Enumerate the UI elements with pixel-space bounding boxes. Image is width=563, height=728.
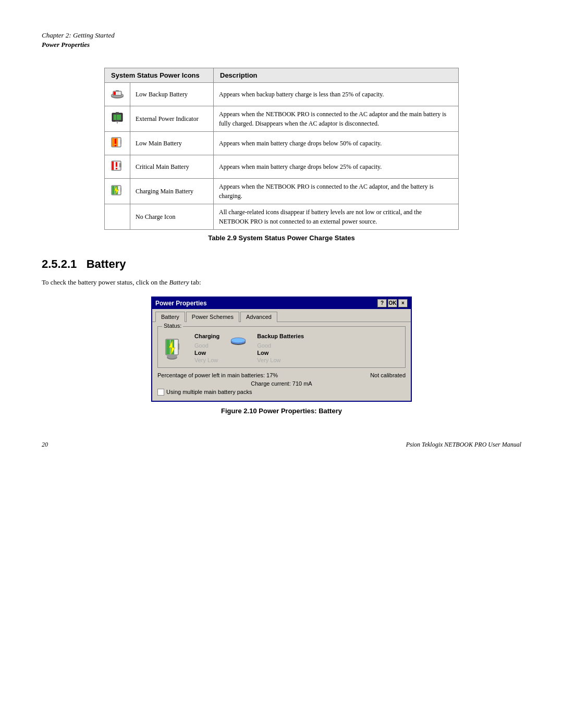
- charging-header: Charging: [194, 333, 219, 339]
- backup-header: Backup Batteries: [257, 333, 304, 339]
- backup-column: Backup Batteries Good Low Very Low: [257, 333, 304, 363]
- svg-rect-11: [117, 115, 121, 120]
- checkbox-row: Using multiple main battery packs: [157, 389, 406, 396]
- dialog-battery-icon: [164, 338, 183, 360]
- section-title: Power Properties: [42, 41, 521, 49]
- icon-cell: [105, 132, 130, 155]
- charge-current-row: Charge current: 710 mA: [157, 380, 406, 387]
- svg-rect-19: [115, 139, 116, 144]
- multiple-packs-checkbox[interactable]: [157, 389, 164, 396]
- table-row: Critical Main Battery Appears when main …: [105, 155, 459, 179]
- row3-label: Low Main Battery: [130, 132, 214, 155]
- dialog-body: Status:: [152, 322, 411, 401]
- svg-rect-18: [118, 138, 120, 146]
- tab-battery[interactable]: Battery: [155, 312, 185, 322]
- power-table: System Status Power Icons Description Lo…: [104, 68, 459, 230]
- low-backup-battery-icon: [110, 86, 125, 101]
- dialog-wrapper: Power Properties ? OK × Battery Power Sc…: [42, 297, 521, 402]
- table-row: Low Backup Battery Appears when backup b…: [105, 83, 459, 106]
- charging-good: Good: [194, 342, 219, 349]
- external-power-icon: [110, 110, 125, 125]
- title-buttons: ? OK ×: [377, 299, 408, 307]
- svg-rect-9: [116, 112, 119, 114]
- row2-desc: Appears when the NETBOOK PRO is connecte…: [214, 106, 459, 132]
- status-label: Status:: [162, 323, 183, 329]
- icon-cell: [105, 106, 130, 132]
- row1-label: Low Backup Battery: [130, 83, 214, 106]
- calibration-text: Not calibrated: [370, 372, 406, 378]
- svg-rect-6: [118, 92, 120, 95]
- dialog-tabs: Battery Power Schemes Advanced: [152, 309, 411, 322]
- ok-button[interactable]: OK: [388, 299, 397, 307]
- dialog-titlebar: Power Properties ? OK ×: [152, 298, 411, 309]
- status-group: Status:: [157, 326, 406, 368]
- page-number: 20: [42, 441, 48, 449]
- backup-icon-area: [230, 337, 247, 346]
- svg-rect-22: [119, 163, 121, 167]
- table-row: External Power Indicator Appears when th…: [105, 106, 459, 132]
- icon-cell: [105, 204, 130, 230]
- help-button[interactable]: ?: [377, 299, 387, 307]
- percentage-text: Percentage of power left in main batteri…: [157, 372, 278, 378]
- row5-label: Charging Main Battery: [130, 179, 214, 204]
- charging-main-battery-icon: [110, 183, 125, 198]
- table-col1-header: System Status Power Icons: [105, 68, 214, 83]
- figure-caption: Figure 2.10 Power Properties: Battery: [42, 407, 521, 415]
- svg-rect-16: [112, 138, 115, 146]
- backup-low: Low: [257, 350, 304, 356]
- page-footer: 20 Psion Teklogix NETBOOK PRO User Manua…: [42, 441, 521, 449]
- checkbox-label: Using multiple main battery packs: [166, 389, 252, 395]
- tab-power-schemes[interactable]: Power Schemes: [186, 312, 239, 322]
- svg-rect-5: [116, 92, 118, 95]
- svg-rect-25: [116, 162, 117, 167]
- table-row: Low Main Battery Appears when main batte…: [105, 132, 459, 155]
- charging-low: Low: [194, 350, 219, 356]
- svg-rect-26: [116, 168, 117, 169]
- row2-label: External Power Indicator: [130, 106, 214, 132]
- backup-good: Good: [257, 342, 304, 349]
- icon-cell: [105, 83, 130, 106]
- svg-rect-4: [114, 92, 116, 95]
- svg-rect-20: [115, 145, 116, 146]
- row6-label: No Charge Icon: [130, 204, 214, 230]
- status-content: Charging Good Low Very Low: [163, 333, 400, 363]
- svg-rect-29: [112, 186, 115, 194]
- svg-rect-3: [116, 90, 119, 92]
- dialog-backup-icon: [230, 337, 247, 346]
- charging-very-low: Very Low: [194, 357, 219, 363]
- row4-desc: Appears when main battery charge drops b…: [214, 155, 459, 179]
- dialog-title: Power Properties: [155, 300, 207, 307]
- row5-desc: Appears when the NETBOOK PRO is connecte…: [214, 179, 459, 204]
- battery-icon-area: [163, 338, 184, 360]
- table-row: No Charge Icon All charge-related icons …: [105, 204, 459, 230]
- battery-percentage-row: Percentage of power left in main batteri…: [157, 372, 406, 378]
- table-col2-header: Description: [214, 68, 459, 83]
- svg-rect-37: [175, 340, 178, 354]
- backup-very-low: Very Low: [257, 357, 304, 363]
- close-button[interactable]: ×: [398, 299, 408, 307]
- table-caption: Table 2.9 System Status Power Charge Sta…: [42, 234, 521, 242]
- table-row: Charging Main Battery Appears when the N…: [105, 179, 459, 204]
- row4-label: Critical Main Battery: [130, 155, 214, 179]
- row1-desc: Appears when backup battery charge is le…: [214, 83, 459, 106]
- svg-point-44: [231, 338, 246, 343]
- row6-desc: All charge-related icons disappear if ba…: [214, 204, 459, 230]
- section-intro: To check the battery power status, click…: [42, 277, 521, 288]
- charging-column: Charging Good Low Very Low: [194, 333, 219, 363]
- section-heading: 2.5.2.1 Battery: [42, 257, 521, 271]
- power-properties-dialog: Power Properties ? OK × Battery Power Sc…: [151, 297, 412, 402]
- svg-rect-10: [114, 115, 116, 120]
- icon-cell: [105, 155, 130, 179]
- low-main-battery-icon: [110, 135, 125, 150]
- chapter-header: Chapter 2: Getting Started: [42, 31, 521, 40]
- row3-desc: Appears when main battery charge drops b…: [214, 132, 459, 155]
- icon-cell: [105, 179, 130, 204]
- tab-advanced[interactable]: Advanced: [240, 312, 277, 322]
- svg-rect-23: [112, 162, 114, 170]
- manual-name: Psion Teklogix NETBOOK PRO User Manual: [406, 441, 521, 449]
- svg-point-41: [167, 354, 177, 359]
- critical-main-battery-icon: [110, 158, 125, 173]
